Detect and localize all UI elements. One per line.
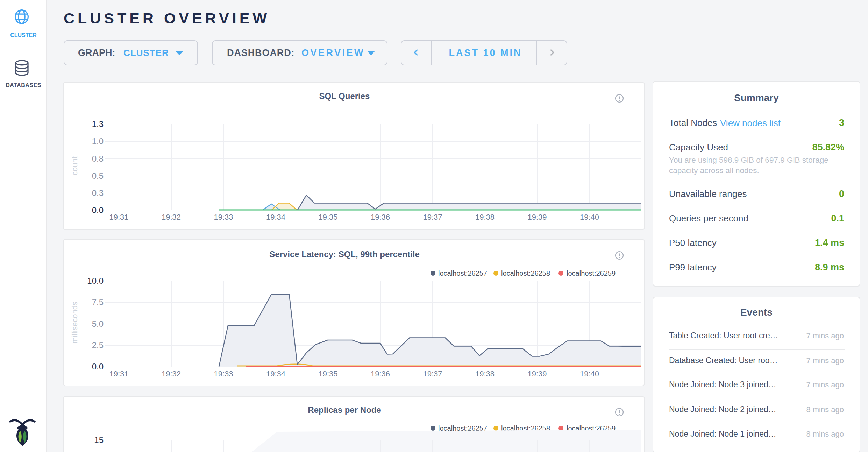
svg-text:localhost:26258: localhost:26258: [501, 269, 550, 277]
svg-text:19:39: 19:39: [527, 369, 547, 378]
svg-text:1.0: 1.0: [92, 136, 104, 146]
svg-text:19:38: 19:38: [475, 213, 495, 221]
svg-text:19:39: 19:39: [527, 213, 547, 221]
svg-text:19:40: 19:40: [580, 369, 599, 378]
svg-text:19:32: 19:32: [162, 369, 181, 378]
svg-text:0.0: 0.0: [92, 362, 104, 371]
svg-text:10.0: 10.0: [87, 276, 104, 285]
svg-text:0.3: 0.3: [92, 188, 104, 198]
svg-text:19:32: 19:32: [162, 213, 181, 221]
svg-text:2.5: 2.5: [92, 340, 104, 350]
svg-text:localhost:26259: localhost:26259: [567, 269, 616, 277]
svg-text:19:31: 19:31: [109, 369, 128, 378]
svg-text:19:33: 19:33: [214, 213, 233, 221]
svg-text:7.5: 7.5: [92, 297, 104, 307]
svg-text:19:40: 19:40: [580, 213, 599, 221]
svg-text:19:35: 19:35: [318, 369, 337, 378]
svg-text:count: count: [70, 156, 79, 175]
svg-text:19:37: 19:37: [423, 213, 442, 221]
svg-text:Service Latency: SQL, 99th per: Service Latency: SQL, 99th percentile: [269, 249, 420, 259]
svg-text:19:31: 19:31: [109, 213, 128, 221]
svg-text:19:37: 19:37: [423, 369, 442, 378]
svg-text:SQL Queries: SQL Queries: [319, 91, 370, 101]
svg-text:milliseconds: milliseconds: [70, 302, 79, 344]
svg-text:19:34: 19:34: [266, 213, 285, 221]
svg-text:19:38: 19:38: [475, 369, 495, 378]
svg-text:1.3: 1.3: [92, 119, 104, 129]
svg-text:19:34: 19:34: [266, 369, 285, 378]
svg-text:5.0: 5.0: [92, 319, 104, 329]
svg-text:19:35: 19:35: [318, 213, 337, 221]
svg-text:19:36: 19:36: [371, 213, 390, 221]
svg-text:19:36: 19:36: [371, 369, 390, 378]
svg-text:19:33: 19:33: [214, 369, 233, 378]
svg-text:0.0: 0.0: [92, 205, 104, 215]
svg-text:0.5: 0.5: [92, 171, 104, 181]
svg-text:Replicas per Node: Replicas per Node: [308, 405, 381, 415]
svg-text:localhost:26257: localhost:26257: [438, 269, 487, 277]
svg-text:0.8: 0.8: [92, 154, 104, 163]
svg-text:15: 15: [94, 435, 104, 445]
